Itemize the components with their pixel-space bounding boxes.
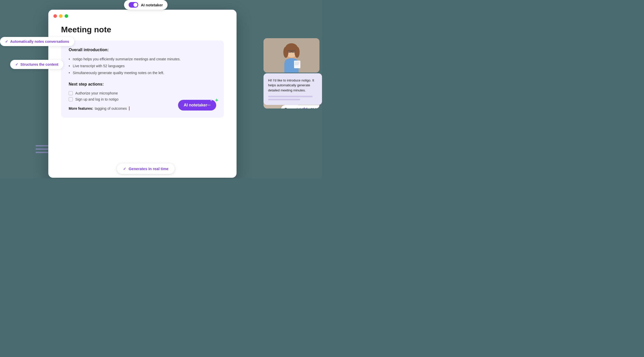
window-titlebar xyxy=(48,10,237,22)
text-cursor xyxy=(129,106,129,111)
structures-pill: ✓ Structures the content xyxy=(10,60,63,69)
svg-point-5 xyxy=(295,47,300,58)
meeting-title: Meeting note xyxy=(61,25,224,34)
minimize-button[interactable] xyxy=(59,14,63,18)
svg-point-4 xyxy=(283,47,288,58)
video-card-1 xyxy=(264,38,319,73)
fade-line-2 xyxy=(268,99,300,100)
checkbox-1[interactable] xyxy=(69,91,73,95)
check-icon-auto-notes: ✓ xyxy=(5,39,8,44)
wave-bar-1 xyxy=(303,108,303,109)
wave-bar-3 xyxy=(305,108,306,109)
video-feed-1 xyxy=(264,38,319,73)
check-icon-realtime: ✓ xyxy=(123,167,126,171)
sparkle-green-icon: ✦ xyxy=(214,97,219,103)
next-section: Next step actions: Authorize your microp… xyxy=(69,82,216,102)
wave-bar-2 xyxy=(304,107,305,109)
bullet-item-3: Simultaneously generate quality meeting … xyxy=(69,70,216,76)
right-panel: Transcript 00:12 Hi! I'd like to introdu… xyxy=(264,38,322,110)
more-features-label: More features: xyxy=(69,106,93,111)
ai-notetaker-bubble[interactable]: AI notetaker··· ✦ ✦ xyxy=(178,100,216,111)
more-features-text: tagging of outcomes xyxy=(95,106,127,111)
check-icon-structures: ✓ xyxy=(15,62,18,66)
auto-notes-pill: ✓ Automatically notes conversations xyxy=(0,37,74,46)
transcript-wave xyxy=(303,107,309,109)
toggle-knob xyxy=(134,3,138,7)
window-content: Meeting note Overall introduction: notig… xyxy=(48,22,237,128)
sparkle-small-icon: ✦ xyxy=(210,99,212,102)
transcript-label: Transcript xyxy=(285,107,301,108)
wave-bar-5 xyxy=(308,108,309,109)
realtime-pill: ✓ Generates in real time xyxy=(117,163,175,174)
checkbox-2[interactable] xyxy=(69,97,73,101)
checkbox-label-2: Sign up and log in to notigo xyxy=(75,97,119,101)
wave-bar-4 xyxy=(306,108,307,109)
main-window: Meeting note Overall introduction: notig… xyxy=(48,10,237,178)
ai-bubble-label: AI notetaker··· xyxy=(184,103,211,107)
checkbox-label-1: Authorize your microphone xyxy=(75,91,118,95)
auto-notes-label: Automatically notes conversations xyxy=(10,39,69,44)
maximize-button[interactable] xyxy=(65,14,68,18)
deco-line-3 xyxy=(36,152,48,153)
checkbox-item-1: Authorize your microphone xyxy=(69,90,216,96)
transcript-fade-lines xyxy=(268,96,317,100)
bullet-item-2: Live transcript with 52 languages xyxy=(69,63,216,70)
realtime-label: Generates in real time xyxy=(129,167,169,171)
section2-heading: Next step actions: xyxy=(69,82,216,87)
note-card: Overall introduction: notigo helps you e… xyxy=(61,40,224,118)
section1-heading: Overall introduction: xyxy=(69,48,216,52)
fade-line-1 xyxy=(268,96,313,97)
transcript-bubble: Hi! I'd like to introduce notigo. It hel… xyxy=(264,73,322,105)
svg-rect-10 xyxy=(294,61,300,68)
ai-notetaker-toggle-pill[interactable]: AI notetaker xyxy=(124,0,168,10)
transcript-pill: Transcript 00:12 xyxy=(281,105,319,108)
transcript-text: Hi! I'd like to introduce notigo. It hel… xyxy=(268,78,314,92)
ai-toggle-label: AI notetaker xyxy=(141,3,163,7)
bullet-item-1: notigo helps you efficiently summarize m… xyxy=(69,56,216,63)
close-button[interactable] xyxy=(53,14,57,18)
toggle-switch[interactable] xyxy=(129,2,138,8)
transcript-time: 00:12 xyxy=(311,107,318,109)
bullet-list: notigo helps you efficiently summarize m… xyxy=(69,56,216,76)
structures-label: Structures the content xyxy=(20,62,58,66)
